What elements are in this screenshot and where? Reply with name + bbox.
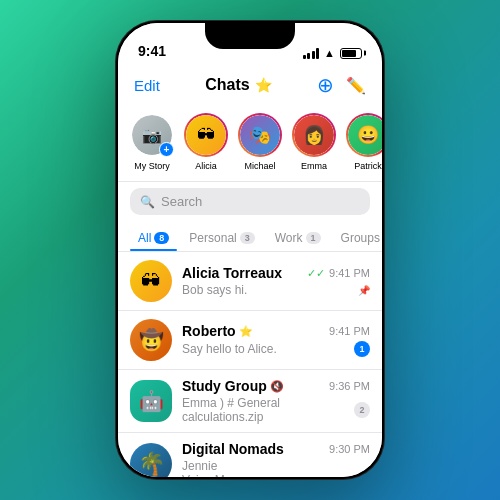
tab-personal-label: Personal [189,231,236,245]
chat-time-digital-nomads: 9:30 PM [329,443,370,455]
chat-list: 🕶 Alicia Torreaux ✓✓ 9:41 PM Bob says hi… [118,252,382,477]
tab-personal[interactable]: Personal 3 [181,223,262,251]
story-patrick[interactable]: 😀 Patrick [346,113,382,171]
tab-work-badge: 1 [306,232,321,244]
search-bar: 🔍 Search [118,182,382,223]
chat-time-roberto: 9:41 PM [329,325,370,337]
chat-name-study-group: Study Group 🔇 [182,378,284,394]
tab-personal-badge: 3 [240,232,255,244]
search-placeholder: Search [161,194,202,209]
tab-work[interactable]: Work 1 [267,223,329,251]
chat-item-digital-nomads[interactable]: 🌴 Digital Nomads 9:30 PM Jennie Voice Me… [118,433,382,477]
tab-groups[interactable]: Groups 2 [333,223,382,251]
story-name-emma: Emma [301,161,327,171]
chat-top-row-roberto: Roberto ⭐ 9:41 PM [182,323,370,339]
tab-all-badge: 8 [154,232,169,244]
compose-icon[interactable]: ✏️ [346,76,366,95]
chat-preview-digital-nomads-1: Jennie [182,459,370,473]
search-input-wrapper[interactable]: 🔍 Search [130,188,370,215]
story-avatar-my: 📷 + [130,113,174,157]
battery-icon [340,48,362,59]
chat-preview-roberto: Say hello to Alice. [182,342,354,356]
story-alicia[interactable]: 🕶 Alicia [184,113,228,171]
nav-title-star-icon: ⭐ [255,77,272,93]
chat-preview-study-group-2: calculations.zip [182,410,354,424]
story-name-patrick: Patrick [354,161,382,171]
story-my[interactable]: 📷 + My Story [130,113,174,171]
notch [205,23,295,49]
roberto-star-icon: ⭐ [239,325,253,338]
nav-header: Edit Chats ⭐ ⊕ ✏️ [118,67,382,105]
nav-title-wrapper: Chats ⭐ [205,76,271,94]
story-michael[interactable]: 🎭 Michael [238,113,282,171]
search-icon: 🔍 [140,195,155,209]
chat-bottom-row-roberto: Say hello to Alice. 1 [182,341,370,357]
chat-preview-study-group-1: Emma ) # General [182,396,354,410]
story-name-alicia: Alicia [195,161,217,171]
status-time: 9:41 [138,43,166,59]
chat-top-row-alicia: Alicia Torreaux ✓✓ 9:41 PM [182,265,370,281]
chat-name-roberto: Roberto ⭐ [182,323,253,339]
tab-groups-label: Groups [341,231,380,245]
chat-avatar-digital-nomads: 🌴 [130,443,172,477]
chat-avatar-study-group: 🤖 [130,380,172,422]
chat-item-alicia[interactable]: 🕶 Alicia Torreaux ✓✓ 9:41 PM Bob says hi… [118,252,382,311]
chat-avatar-roberto: 🤠 [130,319,172,361]
stories-row: 📷 + My Story 🕶 Alicia 🎭 [118,105,382,182]
chat-content-roberto: Roberto ⭐ 9:41 PM Say hello to Alice. 1 [182,323,370,357]
filter-tabs: All 8 Personal 3 Work 1 Groups 2 Chan [118,223,382,252]
chat-name-digital-nomads: Digital Nomads [182,441,284,457]
story-emma[interactable]: 👩 Emma [292,113,336,171]
new-group-icon[interactable]: ⊕ [317,73,334,97]
phone-frame: 9:41 ▲ Edit Chats ⭐ [115,20,385,480]
chat-avatar-alicia: 🕶 [130,260,172,302]
nav-actions: ⊕ ✏️ [317,73,366,97]
chat-name-alicia: Alicia Torreaux [182,265,282,281]
story-avatar-patrick: 😀 [346,113,382,157]
chat-preview-digital-nomads-2: Voice Message [182,473,370,477]
chat-content-study-group: Study Group 🔇 9:36 PM Emma ) # General c… [182,378,370,424]
nav-title: Chats [205,76,249,94]
story-name-michael: Michael [244,161,275,171]
chat-bottom-row-digital-nomads: Jennie Voice Message [182,459,370,477]
chat-badge-study-group: 2 [354,402,370,418]
chat-time-alicia: 9:41 PM [329,267,370,279]
chat-preview-alicia: Bob says hi. [182,283,358,297]
chat-top-row-study-group: Study Group 🔇 9:36 PM [182,378,370,394]
chat-time-study-group: 9:36 PM [329,380,370,392]
tab-all-label: All [138,231,151,245]
chat-content-digital-nomads: Digital Nomads 9:30 PM Jennie Voice Mess… [182,441,370,477]
chat-badge-roberto: 1 [354,341,370,357]
story-avatar-michael: 🎭 [238,113,282,157]
chat-item-study-group[interactable]: 🤖 Study Group 🔇 9:36 PM Emma ) # General… [118,370,382,433]
tab-all[interactable]: All 8 [130,223,177,251]
chat-bottom-row-study-group: Emma ) # General calculations.zip 2 [182,396,370,424]
phone-screen: 9:41 ▲ Edit Chats ⭐ [118,23,382,477]
story-avatar-emma: 👩 [292,113,336,157]
story-avatar-alicia: 🕶 [184,113,228,157]
story-name-my: My Story [134,161,170,171]
pin-icon: 📌 [358,285,370,296]
add-story-badge: + [159,142,174,157]
tab-work-label: Work [275,231,303,245]
chat-item-roberto[interactable]: 🤠 Roberto ⭐ 9:41 PM Say hello to Alice. … [118,311,382,370]
mute-icon: 🔇 [270,380,284,393]
signal-bars-icon [303,48,320,59]
chat-top-row-digital-nomads: Digital Nomads 9:30 PM [182,441,370,457]
edit-button[interactable]: Edit [134,77,160,94]
status-icons: ▲ [303,47,362,59]
wifi-icon: ▲ [324,47,335,59]
chat-bottom-row-alicia: Bob says hi. 📌 [182,283,370,297]
chat-content-alicia: Alicia Torreaux ✓✓ 9:41 PM Bob says hi. … [182,265,370,297]
double-check-icon: ✓✓ [307,267,325,280]
